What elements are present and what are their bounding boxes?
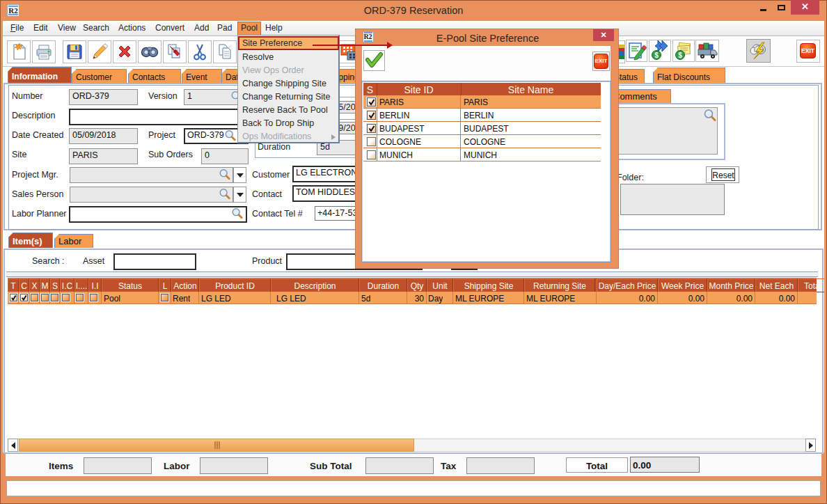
svg-text:$: $: [654, 52, 659, 59]
svg-text:$: $: [678, 52, 682, 59]
